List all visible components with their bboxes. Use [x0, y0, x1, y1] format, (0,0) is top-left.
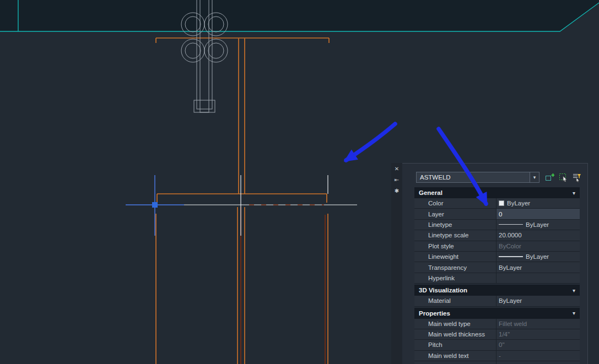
steel-profile[interactable]	[156, 38, 329, 364]
prop-row-linetype-scale: Linetype scale 20.0000	[414, 230, 580, 241]
prop-row-layer: Layer 0	[414, 209, 580, 219]
prop-row-color: Color ByLayer	[414, 198, 580, 209]
property-value[interactable]: ByLayer	[496, 220, 580, 230]
section-general[interactable]: General ▾	[414, 187, 580, 198]
prop-row-location: Location To weld in- work shop	[414, 361, 580, 364]
property-value[interactable]: ByLayer	[496, 252, 580, 262]
section-properties[interactable]: Properties ▾	[414, 308, 580, 319]
autocad-model-space: ✕ ⇤ ✱ ASTWELD ▾	[0, 0, 599, 364]
section-title: 3D Visualization	[419, 287, 467, 294]
property-value[interactable]: -	[496, 351, 580, 361]
section-title: Properties	[419, 310, 450, 317]
property-label: Material	[414, 296, 496, 306]
property-label: Main weld text	[414, 351, 496, 361]
prop-row-linetype: Linetype ByLayer	[414, 220, 580, 230]
property-value[interactable]: 0	[496, 209, 580, 219]
palette-titlebar[interactable]: ✕ ⇤ ✱	[391, 163, 402, 364]
property-label: Location	[414, 361, 496, 364]
linetype-sample-icon	[499, 224, 523, 225]
properties-palette: ✕ ⇤ ✱ ASTWELD ▾	[391, 163, 588, 364]
palette-settings-icon[interactable]: ✱	[395, 188, 399, 194]
object-type-dropdown[interactable]: ASTWELD ▾	[416, 172, 539, 183]
property-value[interactable]: Fillet weld	[496, 319, 580, 329]
chevron-down-icon[interactable]: ▾	[573, 287, 575, 294]
property-value[interactable]: ByColor	[496, 241, 580, 251]
select-objects-icon[interactable]	[558, 172, 569, 183]
property-label: Pitch	[414, 340, 496, 350]
prop-row-main-weld-text: Main weld text -	[414, 351, 580, 361]
prop-row-material: Material ByLayer	[414, 296, 580, 306]
property-value[interactable]: ByLayer	[496, 296, 580, 306]
property-label: Layer	[414, 209, 496, 219]
prop-row-pitch: Pitch 0"	[414, 340, 580, 350]
centerline[interactable]	[184, 175, 357, 236]
property-label: Main weld thickness	[414, 329, 496, 339]
prop-row-transparency: Transparency ByLayer	[414, 262, 580, 273]
pickadd-toggle-icon[interactable]	[544, 172, 555, 183]
bolt-assembly[interactable]	[181, 0, 228, 112]
color-swatch	[499, 200, 504, 206]
property-label: Main weld type	[414, 319, 496, 329]
property-value[interactable]: ByLayer	[496, 262, 580, 272]
property-value[interactable]: 20.0000	[496, 230, 580, 240]
prop-row-main-weld-thickness: Main weld thickness 1/4"	[414, 329, 580, 340]
palette-body: ASTWELD ▾ General	[402, 163, 588, 364]
property-value[interactable]: 0"	[496, 340, 580, 350]
property-value[interactable]	[496, 273, 580, 283]
property-label: Linetype scale	[414, 230, 496, 240]
auto-hide-icon[interactable]: ⇤	[395, 177, 399, 183]
viewport-frame	[0, 0, 599, 31]
property-label: Plot style	[414, 241, 496, 251]
property-label: Transparency	[414, 262, 496, 272]
close-icon[interactable]: ✕	[395, 166, 399, 172]
property-value[interactable]: 1/4"	[496, 329, 580, 339]
section-3d-visualization[interactable]: 3D Visualization ▾	[414, 285, 580, 296]
prop-row-hyperlink: Hyperlink	[414, 273, 580, 284]
property-label: Hyperlink	[414, 273, 496, 283]
prop-row-plot-style: Plot style ByColor	[414, 241, 580, 252]
quick-select-icon[interactable]	[571, 172, 582, 183]
chevron-down-icon[interactable]: ▾	[573, 310, 575, 316]
palette-toolbar	[544, 172, 582, 183]
property-label: Lineweight	[414, 252, 496, 262]
property-value[interactable]: To weld in- work shop	[496, 361, 580, 364]
property-grid: General ▾ Color ByLayer Layer 0 Linetype…	[414, 187, 580, 364]
prop-row-lineweight: Lineweight ByLayer	[414, 252, 580, 262]
chevron-down-icon[interactable]: ▾	[530, 172, 539, 182]
property-label: Color	[414, 198, 496, 208]
chevron-down-icon[interactable]: ▾	[573, 190, 575, 196]
grip-point[interactable]	[152, 202, 158, 208]
property-value[interactable]: ByLayer	[496, 198, 580, 208]
annotation-arrow-left	[346, 124, 395, 160]
palette-header: ASTWELD ▾	[402, 164, 587, 186]
property-label: Linetype	[414, 220, 496, 230]
object-type-value: ASTWELD	[417, 174, 530, 181]
section-title: General	[419, 189, 442, 196]
prop-row-main-weld-type: Main weld type Fillet weld	[414, 319, 580, 329]
lineweight-sample-icon	[499, 256, 523, 257]
crosshair-cursor	[126, 175, 184, 236]
